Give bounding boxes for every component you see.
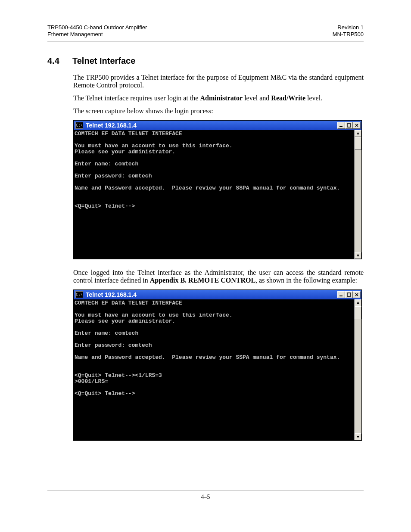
- svg-rect-3: [347, 293, 351, 296]
- text: level and: [243, 94, 271, 102]
- minimize-button[interactable]: [337, 291, 345, 298]
- close-button[interactable]: [353, 291, 361, 298]
- system-menu-icon[interactable]: C:\: [75, 291, 83, 298]
- arrow-up-icon: [356, 301, 360, 305]
- maximize-button[interactable]: [345, 122, 353, 129]
- scrollbar-thumb[interactable]: [355, 306, 361, 319]
- scroll-down-button[interactable]: [355, 433, 361, 440]
- scrollbar-track[interactable]: [355, 150, 361, 252]
- footer-rule: [47, 491, 364, 491]
- bold-text: Appendix B. REMOTE CONTROL: [150, 277, 255, 284]
- console-output[interactable]: COMTECH EF DATA TELNET INTERFACE You mus…: [74, 299, 354, 440]
- header-right: Revision 1 MN-TRP500: [333, 24, 364, 38]
- minimize-icon: [339, 292, 343, 297]
- svg-rect-0: [339, 126, 342, 127]
- window-buttons: [337, 291, 361, 298]
- bold-text: Administrator: [200, 94, 243, 102]
- paragraph-3: The screen capture below shows the login…: [73, 107, 364, 115]
- console-output[interactable]: COMTECH EF DATA TELNET INTERFACE You mus…: [74, 130, 354, 259]
- svg-rect-1: [347, 124, 351, 127]
- page: TRP500-4450 C-band Outdoor Amplifier Eth…: [0, 0, 411, 517]
- scroll-up-button[interactable]: [355, 299, 361, 306]
- text: The Telnet interface requires user login…: [73, 94, 200, 102]
- section-title: Telnet Interface: [72, 56, 135, 65]
- scroll-down-button[interactable]: [355, 252, 361, 259]
- svg-rect-2: [339, 296, 342, 296]
- console-area: COMTECH EF DATA TELNET INTERFACE You mus…: [74, 130, 361, 259]
- maximize-button[interactable]: [345, 291, 353, 298]
- titlebar[interactable]: C:\ Telnet 192.168.1.4: [74, 121, 361, 130]
- arrow-down-icon: [356, 254, 360, 257]
- header-rule: [47, 41, 364, 41]
- close-button[interactable]: [353, 122, 361, 129]
- header-revision: Revision 1: [333, 24, 364, 31]
- page-footer: 4–5: [47, 491, 364, 501]
- maximize-icon: [347, 292, 351, 297]
- paragraph-1: The TRP500 provides a Telnet interface f…: [73, 74, 364, 89]
- window-title: Telnet 192.168.1.4: [86, 122, 337, 129]
- scroll-up-button[interactable]: [355, 130, 361, 137]
- page-header: TRP500-4450 C-band Outdoor Amplifier Eth…: [47, 24, 364, 38]
- close-icon: [355, 292, 359, 297]
- scrollbar-track[interactable]: [355, 319, 361, 433]
- header-product: TRP500-4450 C-band Outdoor Amplifier: [47, 24, 147, 31]
- scrollbar[interactable]: [354, 299, 361, 440]
- page-number: 4–5: [201, 494, 210, 500]
- maximize-icon: [347, 123, 351, 128]
- system-menu-icon[interactable]: C:\: [75, 122, 83, 129]
- section-number: 4.4: [47, 56, 72, 66]
- text: level.: [305, 94, 322, 102]
- paragraph-4: Once logged into the Telnet interface as…: [73, 269, 364, 284]
- header-chapter: Ethernet Management: [47, 31, 147, 38]
- paragraph-2: The Telnet interface requires user login…: [73, 94, 364, 102]
- minimize-button[interactable]: [337, 122, 345, 129]
- arrow-down-icon: [356, 435, 360, 439]
- window-buttons: [337, 122, 361, 129]
- arrow-up-icon: [356, 132, 360, 135]
- bold-text: Read/Write: [271, 94, 305, 102]
- close-icon: [355, 123, 359, 128]
- window-title: Telnet 192.168.1.4: [86, 291, 337, 298]
- header-docnum: MN-TRP500: [333, 31, 364, 38]
- scrollbar[interactable]: [354, 130, 361, 259]
- body-text: The TRP500 provides a Telnet interface f…: [73, 74, 364, 441]
- header-left: TRP500-4450 C-band Outdoor Amplifier Eth…: [47, 24, 147, 38]
- section-heading: 4.4Telnet Interface: [47, 56, 364, 66]
- scrollbar-thumb[interactable]: [355, 137, 361, 150]
- telnet-window-1: C:\ Telnet 192.168.1.4 COMTECH EF DATA T…: [73, 120, 362, 259]
- text: , as shown in the following example:: [255, 277, 357, 284]
- telnet-window-2: C:\ Telnet 192.168.1.4 COMTECH EF DATA T…: [73, 289, 362, 441]
- titlebar[interactable]: C:\ Telnet 192.168.1.4: [74, 290, 361, 299]
- minimize-icon: [339, 123, 343, 128]
- console-area: COMTECH EF DATA TELNET INTERFACE You mus…: [74, 299, 361, 440]
